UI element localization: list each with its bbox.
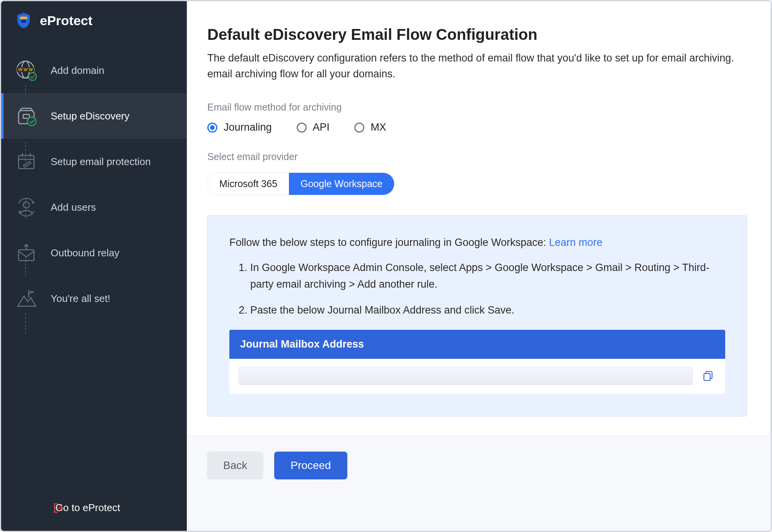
app-frame: eProtect W W W bbox=[0, 0, 772, 532]
svg-rect-15 bbox=[19, 250, 34, 261]
back-button[interactable]: Back bbox=[207, 452, 263, 479]
user-sync-icon bbox=[14, 195, 38, 219]
journal-mailbox-address-field[interactable] bbox=[239, 367, 693, 385]
sidebar-item-all-set[interactable]: You're all set! bbox=[1, 276, 187, 321]
archive-check-icon bbox=[14, 104, 38, 128]
svg-point-14 bbox=[23, 202, 29, 208]
sidebar-item-label: You're all set! bbox=[51, 293, 110, 305]
email-flow-option-api[interactable]: API bbox=[297, 121, 330, 133]
main: Default eDiscovery Email Flow Configurat… bbox=[187, 1, 771, 531]
globe-www-icon: W W W bbox=[14, 58, 38, 82]
go-to-eprotect-link[interactable]: Go to eProtect bbox=[1, 488, 187, 531]
instruction-step: Paste the below Journal Mailbox Address … bbox=[250, 302, 725, 319]
email-flow-label: Email flow method for archiving bbox=[207, 102, 747, 113]
calendar-edit-icon bbox=[14, 150, 38, 174]
email-flow-option-journaling[interactable]: Journaling bbox=[207, 121, 272, 133]
radio-label: Journaling bbox=[224, 121, 272, 133]
brand-name: eProtect bbox=[40, 13, 92, 28]
content-panel: Default eDiscovery Email Flow Configurat… bbox=[187, 1, 771, 436]
radio-icon bbox=[297, 123, 307, 133]
svg-rect-8 bbox=[23, 114, 29, 118]
page-title: Default eDiscovery Email Flow Configurat… bbox=[207, 26, 747, 43]
provider-option-google-workspace[interactable]: Google Workspace bbox=[289, 173, 394, 195]
go-to-eprotect-label: Go to eProtect bbox=[55, 502, 120, 514]
svg-rect-10 bbox=[19, 155, 34, 169]
svg-text:W W W: W W W bbox=[18, 67, 33, 72]
radio-label: MX bbox=[371, 121, 386, 133]
provider-segmented-control: Microsoft 365 Google Workspace bbox=[207, 172, 395, 195]
copy-icon bbox=[702, 370, 714, 382]
journal-mailbox-header: Journal Mailbox Address bbox=[229, 330, 725, 359]
radio-icon bbox=[354, 123, 364, 133]
provider-option-microsoft365[interactable]: Microsoft 365 bbox=[208, 173, 289, 195]
journal-mailbox-body bbox=[229, 359, 725, 394]
svg-rect-18 bbox=[704, 373, 710, 380]
copy-button[interactable] bbox=[700, 368, 716, 384]
mail-out-icon bbox=[14, 241, 38, 265]
email-flow-radio-group: Journaling API MX bbox=[207, 121, 747, 133]
radio-label: API bbox=[313, 121, 330, 133]
svg-point-9 bbox=[27, 117, 36, 126]
sidebar-item-add-users[interactable]: Add users bbox=[1, 184, 187, 230]
instructions-lead: Follow the below steps to configure jour… bbox=[229, 237, 725, 249]
sidebar-item-setup-email-protection[interactable]: Setup email protection bbox=[1, 139, 187, 184]
svg-point-7 bbox=[29, 73, 36, 80]
page-description: The default eDiscovery configuration ref… bbox=[207, 50, 747, 82]
sidebar-item-outbound-relay[interactable]: Outbound relay bbox=[1, 230, 187, 276]
brand: eProtect bbox=[1, 1, 187, 40]
sidebar-item-label: Add users bbox=[51, 201, 96, 213]
journal-mailbox-card: Journal Mailbox Address bbox=[229, 330, 725, 394]
sidebar-nav: W W W Add domain S bbox=[1, 48, 187, 488]
instructions-list: In Google Workspace Admin Console, selec… bbox=[229, 259, 725, 319]
sidebar-item-label: Setup email protection bbox=[51, 156, 151, 168]
email-flow-option-mx[interactable]: MX bbox=[354, 121, 386, 133]
provider-label: Select email provider bbox=[207, 151, 747, 162]
exit-icon bbox=[53, 502, 65, 514]
sidebar-item-label: Add domain bbox=[51, 65, 104, 77]
footer-actions: Back Proceed bbox=[187, 436, 771, 495]
journaling-instructions-box: Follow the below steps to configure jour… bbox=[207, 215, 747, 416]
svg-rect-0 bbox=[20, 17, 27, 19]
learn-more-link[interactable]: Learn more bbox=[549, 237, 602, 248]
sidebar: eProtect W W W bbox=[1, 1, 187, 531]
sidebar-item-label: Setup eDiscovery bbox=[51, 110, 130, 122]
sidebar-item-label: Outbound relay bbox=[51, 247, 120, 259]
proceed-button[interactable]: Proceed bbox=[274, 452, 347, 479]
sidebar-item-add-domain[interactable]: W W W Add domain bbox=[1, 48, 187, 93]
radio-icon bbox=[207, 123, 217, 133]
svg-rect-1 bbox=[21, 20, 26, 22]
mountain-flag-icon bbox=[14, 286, 38, 310]
brand-shield-icon bbox=[15, 12, 32, 29]
instruction-step: In Google Workspace Admin Console, selec… bbox=[250, 259, 725, 293]
sidebar-item-setup-ediscovery[interactable]: Setup eDiscovery bbox=[1, 93, 187, 139]
